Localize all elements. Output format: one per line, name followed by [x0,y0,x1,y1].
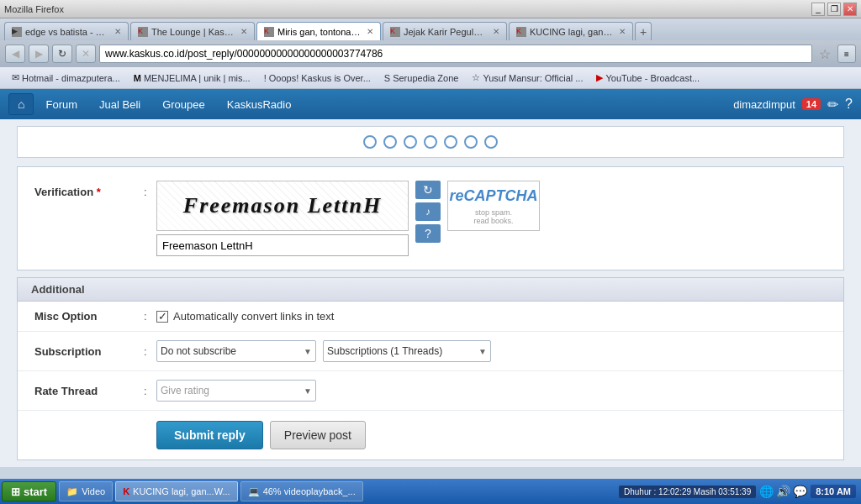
misc-option-colon: : [144,310,156,323]
bookmark-ooops[interactable]: ! Ooops! Kaskus is Over... [259,71,376,85]
submit-reply-button[interactable]: Submit reply [156,421,263,449]
taskbar-label-1: Video [82,486,105,496]
subscription-select-1[interactable]: Do not subscribe ▼ [156,340,316,362]
tab-close-1[interactable]: ✕ [114,27,121,36]
bookmark-yusuf[interactable]: ☆ Yusuf Mansur: Official ... [467,71,588,85]
preview-post-button[interactable]: Preview post [270,421,366,449]
start-label: start [24,486,47,498]
captcha-help-button[interactable]: ? [415,224,441,243]
refresh-button[interactable]: ↻ [52,45,72,63]
bookmark-hotmail[interactable]: ✉ Hotmail - dimazputera... [7,71,125,85]
kaskus-home-button[interactable]: ⌂ [8,93,34,115]
tab-edge-vs-batista[interactable]: ▶ edge vs batista - YouTub... ✕ [4,22,129,40]
taskbar-label-3: 46% videoplayback_... [263,486,356,496]
subscription-colon: : [144,345,156,358]
back-button[interactable]: ◀ [5,45,25,63]
tab-favicon-5: K [516,27,526,37]
captcha-row: Freemason LettnH ↻ ♪ ? reCAPTCHA stop sp… [156,181,540,256]
page-content: Verification * : Freemason LettnH ↻ ♪ ? [0,119,861,467]
tab-close-2[interactable]: ✕ [240,27,247,36]
taskbar: ⊞ start 📁 Video K KUCING lagi, gan...W..… [0,479,861,504]
new-tab-button[interactable]: + [635,22,652,40]
start-button[interactable]: ⊞ start [2,481,56,501]
taskbar-item-videoplayback[interactable]: 💻 46% videoplayback_... [240,481,363,501]
radio-4[interactable] [424,135,437,149]
menu-button[interactable]: ≡ [837,45,856,63]
prayer-time: Dhuhur : 12:02:29 [624,487,691,496]
radio-7[interactable] [484,135,498,149]
bookmark-youtube[interactable]: ▶ YouTube - Broadcast... [591,71,705,85]
notification-badge[interactable]: 14 [802,98,821,110]
rate-thread-select[interactable]: Give rating ▼ [156,380,316,402]
speaker-icon: 🔊 [776,485,790,498]
subscription-option2-text: Subscriptions (1 Threads) [327,345,442,357]
subscription-row: Subscription : Do not subscribe ▼ Subscr… [18,332,843,371]
title-bar-buttons: _ ❐ ✕ [811,3,857,16]
tab-jejak-karir[interactable]: K Jejak Karir Pegulat Gaya... ✕ [383,22,507,40]
section-header-label: Additional [31,283,85,296]
subscription-select-2[interactable]: Subscriptions (1 Threads) ▼ [323,340,491,362]
captcha-audio-button[interactable]: ♪ [415,202,441,221]
captcha-controls: ↻ ♪ ? [415,181,441,243]
tab-favicon-1: ▶ [12,27,22,37]
nav-kaskusradio[interactable]: KaskusRadio [217,93,302,116]
radio-1[interactable] [363,135,377,149]
radio-2[interactable] [383,135,397,149]
misc-option-checkbox[interactable] [156,311,168,323]
prayer-remaining: Masih 03:51:39 [694,487,751,496]
tab-close-3[interactable]: ✕ [367,27,373,36]
captcha-text: Freemason LettnH [183,193,382,218]
misc-option-text: Automatically convert links in text [173,310,334,323]
tab-the-lounge[interactable]: K The Lounge | Kaskus - Th... ✕ [130,22,255,40]
recaptcha-box[interactable]: reCAPTCHA stop spam.read books. [447,181,540,231]
action-buttons: Submit reply Preview post [18,411,843,459]
tab-favicon-3: K [264,27,274,37]
minimize-button[interactable]: _ [811,3,825,16]
taskbar-item-kucing[interactable]: K KUCING lagi, gan...W... [115,481,238,501]
nav-forum[interactable]: Forum [35,93,87,116]
stop-button[interactable]: ✕ [76,45,96,63]
bookmark-star-button[interactable]: ☆ [816,45,834,63]
bookmark-icon-1: ✉ [12,72,19,83]
pencil-icon[interactable]: ✏ [827,97,838,113]
taskbar-icon-2: K [123,486,129,496]
recaptcha-subtext: stop spam.read books. [473,208,513,225]
username-display: dimazdimput [733,98,795,111]
tab-kucing[interactable]: K KUCING lagi, gan...Wke... ✕ [509,22,633,40]
bookmark-label-1: Hotmail - dimazputera... [22,73,120,83]
taskbar-item-video[interactable]: 📁 Video [59,481,113,501]
windows-icon: ⊞ [11,486,20,498]
captcha-input[interactable] [156,234,409,256]
captcha-refresh-button[interactable]: ↻ [415,181,441,199]
help-icon[interactable]: ? [845,97,853,112]
taskbar-icon-1: 📁 [66,486,78,497]
address-bar: ◀ ▶ ↻ ✕ ☆ ≡ [0,40,861,67]
bookmark-menjelima[interactable]: M MENJELIMA | unik | mis... [129,71,256,85]
forward-button[interactable]: ▶ [29,45,49,63]
rate-thread-arrow: ▼ [304,386,312,396]
taskbar-label-2: KUCING lagi, gan...W... [133,486,230,496]
rating-radio-row [17,126,844,158]
rate-thread-label: Rate Thread [34,385,144,397]
rate-thread-colon: : [144,385,156,397]
misc-option-checkbox-label[interactable]: Automatically convert links in text [156,310,334,323]
nav-jual-beli[interactable]: Jual Beli [89,93,151,116]
bookmark-label-5: Yusuf Mansur: Official ... [483,73,583,83]
verification-label: Verification * [34,181,144,198]
tab-miris-gan[interactable]: K Miris gan, tontonan anak... ✕ [256,22,381,40]
radio-3[interactable] [404,135,417,149]
tab-favicon-2: K [138,27,148,37]
address-input[interactable] [99,45,812,63]
radio-6[interactable] [464,135,478,149]
tray-icons: 🌐 🔊 💬 [759,485,807,498]
nav-groupee[interactable]: Groupee [152,93,215,116]
bookmark-icon-5: ☆ [472,72,480,83]
tab-close-5[interactable]: ✕ [619,27,626,36]
bookmark-serupedia[interactable]: S Serupedia Zone [379,71,464,85]
tab-close-4[interactable]: ✕ [493,27,499,36]
restore-button[interactable]: ❐ [827,3,841,16]
bookmark-label-4: Serupedia Zone [393,73,458,83]
radio-5[interactable] [444,135,457,149]
close-button[interactable]: ✕ [843,3,857,16]
taskbar-right: Dhuhur : 12:02:29 Masih 03:51:39 🌐 🔊 💬 8… [619,485,859,498]
